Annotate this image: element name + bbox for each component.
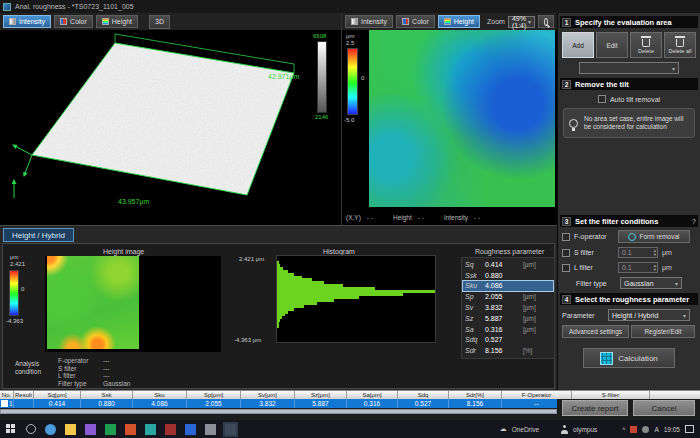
results-header-cell: Sku	[133, 391, 187, 399]
zoom-dropdown[interactable]: 49%(1:4)▾	[508, 16, 535, 28]
analysis-content: Height image μm 2.421 0 -4.363 Histogram…	[2, 243, 555, 389]
auto-tilt-label: Auto tilt removal	[610, 96, 660, 103]
results-header-cell: Sp[μm]	[187, 391, 241, 399]
s-filter-checkbox[interactable]	[562, 249, 570, 257]
roughness-row[interactable]: Sdq0.527	[463, 335, 553, 346]
cloud-icon: ☁	[500, 425, 507, 433]
roughness-row[interactable]: Sp2.055[μm]	[463, 291, 553, 302]
3d-mode-button[interactable]: 3D	[149, 15, 170, 29]
filter-type-dropdown[interactable]: Gaussian▾	[620, 277, 682, 289]
cortana-icon[interactable]	[26, 424, 36, 434]
height-icon	[444, 18, 451, 25]
status-value: - -	[367, 214, 373, 221]
teams-icon[interactable]	[145, 424, 156, 435]
height-image-colorbar	[9, 270, 19, 316]
trash-all-icon	[676, 39, 684, 47]
powerpoint-icon[interactable]	[125, 424, 136, 435]
clock[interactable]: 19:05	[664, 426, 680, 433]
tray-expand-arrow[interactable]: ^	[622, 426, 625, 433]
color-button-3d[interactable]: Color	[54, 15, 93, 28]
analysis-panel: Height / Hybrid Height image μm 2.421 0 …	[0, 225, 557, 390]
f-operator-checkbox[interactable]	[562, 233, 570, 241]
hi-scale-bottom: -4.363	[6, 318, 23, 324]
user-label[interactable]: olympus	[573, 426, 597, 433]
l-filter-checkbox[interactable]	[562, 264, 570, 272]
horizontal-scrollbar[interactable]	[0, 409, 557, 414]
add-area-button[interactable]: Add	[562, 32, 594, 58]
color-button-2d[interactable]: Color	[396, 15, 435, 28]
hi-scale-unit: μm	[10, 254, 18, 260]
roughness-row[interactable]: Sku4.086	[463, 281, 553, 292]
height-button-3d[interactable]: Height	[96, 15, 138, 28]
area-select-dropdown[interactable]: ▾	[579, 62, 679, 74]
app-darkred-icon[interactable]	[165, 424, 176, 435]
l-filter-input[interactable]: 0.1▴▾	[618, 262, 658, 273]
app-gray-icon[interactable]	[205, 424, 216, 435]
word-icon[interactable]	[185, 424, 196, 435]
height-icon	[102, 18, 109, 25]
tilt-note-box: No area set case, entire image will be c…	[563, 108, 695, 138]
s-filter-input[interactable]: 0.1▴▾	[618, 247, 658, 258]
toolbar-2d: Intensity Color Height Zoom 49%(1:4)▾	[342, 13, 557, 30]
status-label: (X,Y)	[346, 214, 361, 221]
register-edit-button[interactable]: Register/Edit	[631, 325, 695, 338]
results-header-cell: Ssk	[81, 391, 133, 399]
parameter-dropdown[interactable]: Height / Hybrid▾	[608, 309, 690, 321]
roughness-title: Roughness parameter	[475, 248, 544, 255]
height-button-2d[interactable]: Height	[438, 15, 480, 28]
row-checkbox[interactable]: ✓	[1, 400, 8, 407]
edit-area-button[interactable]: Edit	[596, 32, 628, 58]
start-button[interactable]	[6, 424, 16, 434]
surface-3d-canvas[interactable]	[0, 30, 341, 225]
height-map-2d[interactable]	[369, 30, 555, 207]
language-indicator[interactable]: A	[654, 426, 658, 433]
section-tilt-header: 2 Remove the tilt	[560, 78, 698, 90]
create-report-button[interactable]: Create report	[562, 400, 628, 416]
app-purple-icon[interactable]	[85, 424, 96, 435]
condition-value: Gaussian	[103, 380, 130, 387]
condition-label: Filter type	[58, 380, 87, 387]
zoom-label: Zoom	[487, 18, 505, 25]
delete-all-button[interactable]: Delete all	[664, 32, 696, 58]
condition-value: ---	[103, 372, 110, 379]
height-image[interactable]	[47, 256, 139, 349]
results-table-row[interactable]: ✓10.4140.8804.0862.0553.8325.8870.3160.5…	[0, 399, 557, 408]
roughness-row[interactable]: Sdr8.156[%]	[463, 345, 553, 356]
roughness-row[interactable]: Ssk0.880	[463, 270, 553, 281]
results-cell: 0.414	[34, 399, 81, 408]
delete-area-button[interactable]: Delete	[630, 32, 662, 58]
tray-settings-icon[interactable]	[642, 426, 649, 433]
tray-app-icon[interactable]	[630, 426, 637, 433]
onedrive-label[interactable]: OneDrive	[512, 426, 539, 433]
cancel-button[interactable]: Cancel	[633, 400, 695, 416]
color-icon	[60, 18, 67, 25]
intensity-button-3d[interactable]: Intensity	[3, 15, 51, 28]
condition-label: F-operator	[58, 357, 88, 364]
2d-scale-mid: 0	[361, 75, 364, 81]
results-header-cell: Sa[μm]	[347, 391, 398, 399]
s-filter-unit: μm	[662, 249, 672, 256]
roughness-row[interactable]: Sv3.832[μm]	[463, 302, 553, 313]
advanced-settings-button[interactable]: Advanced settings	[562, 325, 629, 338]
results-header-cell: Sdr[%]	[449, 391, 502, 399]
form-removal-button[interactable]: Form removal	[618, 230, 690, 243]
roughness-row[interactable]: Sz5.887[μm]	[463, 313, 553, 324]
results-cell: 5.887	[295, 399, 347, 408]
results-header-cell: Sv[μm]	[241, 391, 295, 399]
intensity-button-2d[interactable]: Intensity	[345, 15, 393, 28]
roughness-row[interactable]: Sa0.316[μm]	[463, 324, 553, 335]
explorer-icon[interactable]	[65, 424, 76, 435]
magnifier-button[interactable]	[538, 15, 554, 28]
app-active-icon[interactable]	[225, 424, 236, 435]
roughness-row[interactable]: Sq0.414[μm]	[463, 259, 553, 270]
results-cell	[14, 399, 34, 408]
excel-icon[interactable]	[105, 424, 116, 435]
tab-height-hybrid[interactable]: Height / Hybrid	[3, 228, 74, 242]
condition-label: S filter	[58, 365, 76, 372]
notification-icon[interactable]	[685, 425, 694, 433]
calculation-button[interactable]: Calculation	[583, 348, 675, 368]
filter-help-icon[interactable]: ?	[692, 217, 696, 226]
chrome-icon[interactable]	[45, 424, 56, 435]
filter-type-label: Filter type	[576, 280, 616, 287]
auto-tilt-checkbox[interactable]	[598, 95, 606, 103]
